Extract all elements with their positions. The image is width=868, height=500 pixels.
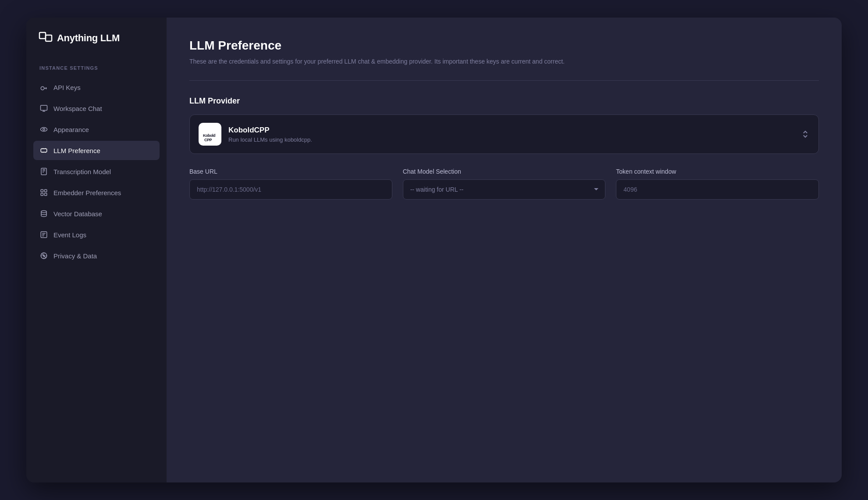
sidebar-item-event-logs-label: Event Logs xyxy=(53,231,86,239)
privacy-icon xyxy=(39,251,48,260)
provider-section-title: LLM Provider xyxy=(189,96,819,106)
sidebar-item-vector-database[interactable]: Vector Database xyxy=(33,204,160,223)
sidebar-item-appearance[interactable]: Appearance xyxy=(33,120,160,139)
provider-description: Run local LLMs using koboldcpp. xyxy=(228,136,312,143)
sidebar-item-transcription-label: Transcription Model xyxy=(53,168,111,175)
app-container: Anything LLM INSTANCE SETTINGS API Keys … xyxy=(26,18,842,482)
svg-rect-11 xyxy=(45,193,47,196)
fields-row: Base URL Chat Model Selection -- waiting… xyxy=(189,168,819,200)
sidebar-item-api-keys-label: API Keys xyxy=(53,84,81,91)
section-label: INSTANCE SETTINGS xyxy=(33,62,160,76)
key-icon xyxy=(39,83,48,92)
svg-point-12 xyxy=(41,211,46,213)
sidebar-item-workspace-chat-label: Workspace Chat xyxy=(53,105,102,112)
svg-rect-6 xyxy=(41,149,47,152)
sidebar-item-llm-preference-label: LLM Preference xyxy=(53,147,100,154)
divider xyxy=(189,80,819,81)
page-title: LLM Preference xyxy=(189,39,819,53)
token-context-label: Token context window xyxy=(616,168,819,175)
svg-rect-1 xyxy=(46,35,52,41)
provider-info: Kobold CPP KoboldCPP Run local LLMs usin… xyxy=(199,123,312,146)
token-context-input[interactable] xyxy=(616,179,819,200)
sidebar-item-privacy-label: Privacy & Data xyxy=(53,252,97,260)
database-icon xyxy=(39,209,48,218)
base-url-label: Base URL xyxy=(189,168,392,175)
chat-model-label: Chat Model Selection xyxy=(403,168,606,175)
svg-rect-10 xyxy=(41,193,43,196)
sidebar-item-event-logs[interactable]: Event Logs xyxy=(33,225,160,244)
provider-text: KoboldCPP Run local LLMs using koboldcpp… xyxy=(228,126,312,143)
logs-icon xyxy=(39,230,48,239)
sidebar-item-privacy-data[interactable]: Privacy & Data xyxy=(33,246,160,265)
chevron-updown-icon xyxy=(801,130,810,139)
svg-text:Kobold: Kobold xyxy=(203,133,215,138)
chat-icon xyxy=(39,104,48,113)
sidebar-item-workspace-chat[interactable]: Workspace Chat xyxy=(33,99,160,118)
provider-logo: Kobold CPP xyxy=(199,123,221,146)
logo-icon xyxy=(39,30,53,46)
sidebar-item-appearance-label: Appearance xyxy=(53,126,89,133)
token-context-group: Token context window xyxy=(616,168,819,200)
sidebar-item-embedder-preferences[interactable]: Embedder Preferences xyxy=(33,183,160,202)
transcription-icon xyxy=(39,167,48,176)
svg-rect-0 xyxy=(39,32,46,39)
llm-icon xyxy=(39,146,48,155)
provider-selector[interactable]: Kobold CPP KoboldCPP Run local LLMs usin… xyxy=(189,114,819,154)
sidebar-item-api-keys[interactable]: API Keys xyxy=(33,78,160,97)
sidebar-item-transcription-model[interactable]: Transcription Model xyxy=(33,162,160,181)
svg-rect-8 xyxy=(41,189,43,192)
chat-model-select[interactable]: -- waiting for URL -- xyxy=(403,179,606,200)
base-url-group: Base URL xyxy=(189,168,392,200)
svg-point-2 xyxy=(41,87,44,90)
eye-icon xyxy=(39,125,48,134)
sidebar: Anything LLM INSTANCE SETTINGS API Keys … xyxy=(26,18,167,482)
logo-area: Anything LLM xyxy=(33,30,160,60)
sidebar-item-vector-db-label: Vector Database xyxy=(53,210,102,218)
svg-line-15 xyxy=(42,254,46,258)
logo-text: Anything LLM xyxy=(57,32,120,44)
sidebar-item-llm-preference[interactable]: LLM Preference xyxy=(33,141,160,160)
svg-rect-9 xyxy=(45,189,47,192)
svg-rect-3 xyxy=(41,105,47,110)
page-description: These are the credentials and settings f… xyxy=(189,57,819,66)
provider-name: KoboldCPP xyxy=(228,126,312,135)
svg-point-5 xyxy=(43,129,45,131)
embedder-icon xyxy=(39,188,48,197)
svg-text:CPP: CPP xyxy=(204,138,212,142)
chat-model-group: Chat Model Selection -- waiting for URL … xyxy=(403,168,606,200)
main-content: LLM Preference These are the credentials… xyxy=(167,18,842,482)
svg-point-4 xyxy=(41,128,47,132)
base-url-input[interactable] xyxy=(189,179,392,200)
sidebar-item-embedder-label: Embedder Preferences xyxy=(53,189,121,196)
